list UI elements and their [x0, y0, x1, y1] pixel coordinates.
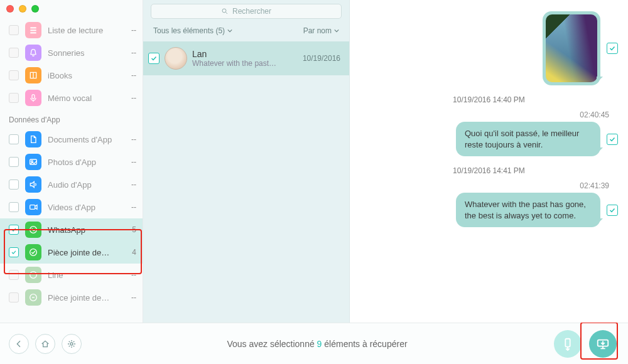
svg-point-9: [30, 272, 37, 279]
sidebar-item-label: Photos d'App: [48, 158, 119, 167]
sidebar-item-line[interactable]: Line --: [0, 264, 143, 286]
sidebar-item-checkbox[interactable]: [9, 179, 19, 190]
avatar: [165, 47, 187, 70]
app-icon: [25, 90, 41, 106]
app-icon: [25, 45, 41, 61]
sidebar-item-label: Line: [48, 270, 119, 280]
minimize-window-icon[interactable]: [19, 5, 26, 13]
book-icon: [28, 70, 38, 80]
sidebar-item-label: Liste de lecture: [48, 26, 119, 35]
sidebar-item-doc[interactable]: Documents d'App --: [0, 128, 143, 151]
sidebar-item-whatsapp[interactable]: WhatsApp 5: [0, 218, 143, 241]
message-row: Quoi qu'il soit passé, le meilleur reste…: [350, 122, 628, 156]
svg-rect-1: [30, 29, 36, 31]
sidebar-item-count: --: [125, 94, 136, 102]
sidebar-item-checkbox[interactable]: [9, 202, 19, 212]
sidebar-item-book[interactable]: iBooks --: [0, 64, 143, 87]
conversation-row[interactable]: Lan Whatever with the past… 10/19/2016: [143, 41, 349, 75]
app-icon: [25, 67, 41, 83]
mic-icon: [28, 93, 38, 103]
export-to-computer-button[interactable]: [589, 330, 617, 358]
speaker-icon: [28, 179, 38, 190]
svg-rect-14: [565, 338, 570, 346]
sidebar-item-label: Videos d'App: [48, 203, 119, 212]
window-controls: [6, 5, 39, 13]
sidebar-item-count: --: [125, 26, 136, 35]
sidebar-item-count: --: [125, 158, 136, 166]
filter-all-dropdown[interactable]: Tous les éléments (5): [153, 26, 232, 35]
sidebar-item-count: 4: [125, 248, 136, 257]
sidebar-item-bell[interactable]: Sonneries --: [0, 41, 143, 64]
sidebar-item-checkbox[interactable]: [9, 157, 19, 167]
search-icon: [221, 8, 229, 15]
chevron-down-icon: [334, 28, 339, 33]
gear-icon: [67, 339, 77, 349]
sidebar-item-label: Sonneries: [48, 48, 119, 58]
svg-point-7: [30, 227, 37, 233]
app-icon: [25, 176, 41, 193]
sidebar-item-checkbox[interactable]: [9, 48, 19, 58]
sidebar-item-attach2[interactable]: Pièce jointe de… --: [0, 286, 143, 309]
sort-dropdown[interactable]: Par nom: [303, 26, 339, 35]
sidebar-item-checkbox[interactable]: [9, 247, 19, 257]
app-icon: [25, 199, 41, 215]
message-bubble[interactable]: Whatever with the past has gone, the bes…: [456, 193, 600, 227]
app-icon: [25, 222, 41, 238]
sidebar-item-attach[interactable]: Pièce jointe de… 4: [0, 241, 143, 264]
sidebar-item-speaker[interactable]: Audio d'App --: [0, 173, 143, 196]
sidebar-item-count: --: [125, 203, 136, 211]
sidebar-item-count: 5: [125, 225, 136, 234]
maximize-window-icon[interactable]: [31, 5, 39, 13]
photo-icon: [28, 157, 38, 167]
filter-all-label: Tous les éléments (5): [153, 26, 225, 35]
home-button[interactable]: [35, 334, 55, 354]
list-icon: [28, 25, 38, 35]
message-text: Quoi qu'il soit passé, le meilleur reste…: [465, 129, 579, 149]
status-text: Vous avez sélectionné 9 éléments à récup…: [88, 339, 546, 349]
message-date-separator: 10/19/2016 14:41 PM: [350, 166, 628, 175]
sidebar-item-label: Mémo vocal: [48, 94, 119, 103]
svg-rect-2: [30, 32, 36, 33]
messages-pane: 10/19/2016 14:40 PM02:40:45Quoi qu'il so…: [350, 0, 628, 323]
message-checkbox[interactable]: [607, 43, 618, 54]
conversation-checkbox[interactable]: [148, 53, 160, 64]
conversation-list: Lan Whatever with the past… 10/19/2016: [143, 41, 349, 323]
close-window-icon[interactable]: [6, 5, 14, 13]
line-icon: [28, 270, 38, 280]
search-placeholder: Rechercher: [232, 7, 271, 16]
message-bubble[interactable]: Quoi qu'il soit passé, le meilleur reste…: [456, 122, 600, 156]
sidebar-item-list[interactable]: Liste de lecture --: [0, 19, 143, 41]
sidebar-item-checkbox[interactable]: [9, 25, 19, 35]
sidebar-item-checkbox[interactable]: [9, 225, 19, 235]
sort-label: Par nom: [303, 26, 332, 35]
whatsapp-icon: [28, 225, 38, 235]
arrow-left-icon: [14, 339, 24, 349]
sidebar-item-checkbox[interactable]: [9, 134, 19, 144]
svg-rect-6: [30, 205, 35, 210]
sidebar-item-checkbox[interactable]: [9, 270, 19, 280]
sidebar-item-checkbox[interactable]: [9, 70, 19, 80]
conversation-date: 10/19/2016: [303, 54, 340, 63]
export-device-icon: [561, 337, 575, 351]
sidebar-item-mic[interactable]: Mémo vocal --: [0, 87, 143, 109]
sidebar-item-photo[interactable]: Photos d'App --: [0, 151, 143, 173]
sidebar-item-video[interactable]: Videos d'App --: [0, 196, 143, 218]
app-icon: [25, 289, 41, 306]
video-icon: [28, 202, 38, 212]
sidebar-item-count: --: [125, 48, 136, 57]
bell-icon: [28, 48, 38, 58]
message-checkbox[interactable]: [607, 134, 618, 145]
sidebar-item-checkbox[interactable]: [9, 292, 19, 302]
conversation-meta: Lan Whatever with the past…: [192, 49, 298, 68]
message-row: Whatever with the past has gone, the bes…: [350, 193, 628, 227]
settings-button[interactable]: [62, 334, 82, 354]
message-image-bubble[interactable]: [543, 11, 600, 85]
message-checkbox[interactable]: [607, 205, 618, 216]
search-input[interactable]: Rechercher: [151, 4, 342, 19]
back-button[interactable]: [9, 334, 29, 354]
svg-point-11: [222, 9, 226, 13]
status-suffix: éléments à récupérer: [322, 339, 407, 349]
svg-rect-3: [32, 95, 35, 99]
sidebar-item-checkbox[interactable]: [9, 93, 19, 103]
export-to-device-button[interactable]: [554, 330, 582, 358]
